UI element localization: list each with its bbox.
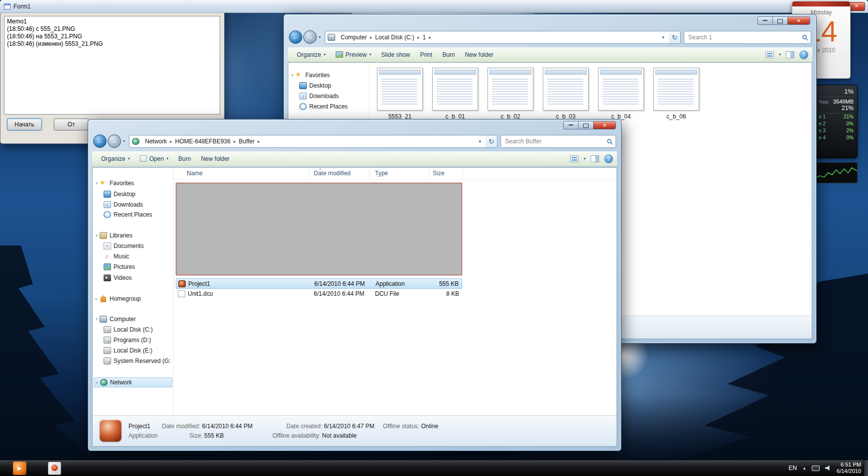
refresh-icon[interactable] <box>669 31 681 44</box>
new-folder-button[interactable]: New folder <box>460 51 498 58</box>
back-button[interactable] <box>93 134 107 148</box>
change-view-icon[interactable] <box>570 155 579 162</box>
burn-button[interactable]: Burn <box>173 155 196 162</box>
sidebar-item-local-disk-e[interactable]: Local Disk (E:) <box>94 346 172 356</box>
language-indicator[interactable]: EN <box>788 465 797 472</box>
sidebar-item-system-reserved-g[interactable]: System Reserved (G: <box>94 356 172 366</box>
sidebar-item-desktop[interactable]: Desktop <box>289 80 368 91</box>
volume-icon[interactable] <box>825 465 831 471</box>
column-header-date-modified[interactable]: Date modified <box>314 170 351 177</box>
preview-pane-icon[interactable] <box>591 155 599 162</box>
file-thumbnail[interactable]: 5553_21 <box>377 68 423 120</box>
refresh-icon[interactable] <box>486 135 497 148</box>
column-header-name[interactable]: Name <box>187 170 203 177</box>
organize-button[interactable]: Organize <box>96 155 135 162</box>
sidebar-item-local-disk-c[interactable]: Local Disk (C:) <box>94 325 172 335</box>
breadcrumb-host[interactable]: HOME-648EFBE936 <box>172 138 234 145</box>
preview-button[interactable]: Preview <box>331 51 376 58</box>
delphi-taskbar-icon[interactable] <box>48 462 61 475</box>
column-header-type[interactable]: Type <box>375 170 388 177</box>
breadcrumb[interactable]: Network HOME-648EFBE936 Buffer <box>129 135 486 148</box>
file-row-unit1-dcu[interactable]: Unit1.dcu 6/14/2010 6:44 PM DCU File 8 K… <box>176 289 462 299</box>
expander-icon[interactable]: ▸ <box>94 380 100 385</box>
help-icon[interactable] <box>799 50 808 59</box>
sidebar-item-recent-places[interactable]: Recent Places <box>94 210 172 220</box>
display-tray-icon[interactable] <box>812 466 820 471</box>
column-separator[interactable] <box>309 169 310 178</box>
expander-icon[interactable]: ▸ <box>94 296 100 301</box>
sidebar-item-favorites[interactable]: ▾Favorites <box>94 178 172 188</box>
sidebar-item-libraries[interactable]: ▾Libraries <box>94 231 172 240</box>
file-row-project1[interactable]: Project1 6/14/2010 6:44 PM Application 5… <box>176 278 462 289</box>
sidebar-item-videos[interactable]: Videos <box>94 273 172 283</box>
column-separator[interactable] <box>369 169 370 178</box>
explorer-window-buffer[interactable]: Network HOME-648EFBE936 Buffer Search Bu… <box>88 119 621 451</box>
burn-button[interactable]: Burn <box>437 51 460 58</box>
memo-log[interactable]: Memo1 (18:50:46) с 555_21.PNG (18:50:46)… <box>4 16 220 115</box>
breadcrumb-folder-1[interactable]: 1 <box>419 34 429 41</box>
breadcrumb-local-disk-c[interactable]: Local Disk (C:) <box>372 34 417 41</box>
cancel-button[interactable]: От <box>54 119 89 130</box>
expander-icon[interactable]: ▾ <box>94 317 100 322</box>
sidebar-item-downloads[interactable]: Downloads <box>94 200 172 210</box>
breadcrumb-separator-icon[interactable] <box>257 139 260 144</box>
file-thumbnail[interactable]: c_b_04 <box>598 68 644 120</box>
taskbar[interactable]: EN 6:51 PM 6/14/2010 <box>0 460 868 476</box>
forward-button[interactable] <box>108 134 121 148</box>
expander-icon[interactable]: ▾ <box>94 181 100 186</box>
maximize-button[interactable] <box>772 16 787 25</box>
slideshow-button[interactable]: Slide show <box>376 51 415 58</box>
system-meter-gadget[interactable]: 1% Total 3549MB 21% e 121% e 20% e 32% e… <box>815 85 858 158</box>
media-player-taskbar-icon[interactable] <box>13 462 26 475</box>
file-thumbnail[interactable]: c_b_02 <box>488 68 533 120</box>
sidebar-item-recent-places[interactable]: Recent Places <box>289 101 368 112</box>
clock[interactable]: 6:51 PM 6/14/2010 <box>837 462 861 475</box>
close-button[interactable] <box>593 121 616 129</box>
sidebar-item-documents[interactable]: Documents <box>94 241 172 251</box>
help-icon[interactable] <box>604 154 613 163</box>
sidebar-item-favorites[interactable]: ▾Favorites <box>289 70 368 80</box>
file-thumbnail[interactable]: c_b_03 <box>543 68 589 120</box>
recent-pages-dropdown-icon[interactable] <box>121 139 127 143</box>
minimize-button[interactable] <box>563 121 578 129</box>
forward-button[interactable] <box>303 30 317 44</box>
breadcrumb-computer[interactable]: Computer <box>338 34 370 41</box>
show-desktop-button[interactable] <box>864 460 868 476</box>
column-separator[interactable] <box>462 169 463 178</box>
expander-icon[interactable]: ▾ <box>289 73 295 78</box>
close-button[interactable] <box>848 2 865 11</box>
new-folder-button[interactable]: New folder <box>196 155 234 162</box>
minimize-button[interactable] <box>757 16 772 25</box>
recent-pages-dropdown-icon[interactable] <box>317 35 323 39</box>
sidebar-item-pictures[interactable]: Pictures <box>94 262 172 272</box>
sidebar-item-homegroup[interactable]: ▸Homegroup <box>94 294 172 304</box>
organize-button[interactable]: Organize <box>292 51 331 58</box>
expander-icon[interactable]: ▾ <box>94 233 100 238</box>
file-thumbnail[interactable]: c_b_06 <box>653 68 699 120</box>
search-box[interactable]: Search 1 <box>684 31 811 44</box>
start-button[interactable]: Начать <box>7 119 42 130</box>
sidebar-item-programs-d[interactable]: Programs (D:) <box>94 335 172 345</box>
sidebar-item-downloads[interactable]: Downloads <box>289 91 368 101</box>
column-separator[interactable] <box>429 169 429 178</box>
file-thumbnail[interactable]: c_b_01 <box>432 68 478 120</box>
sidebar-item-computer[interactable]: ▾Computer <box>94 314 172 324</box>
chevron-down-icon[interactable] <box>584 156 586 161</box>
form1-titlebar[interactable]: Form1 <box>0 0 868 13</box>
search-box[interactable]: Search Buffer <box>500 135 616 148</box>
show-hidden-icons-icon[interactable] <box>802 466 806 471</box>
breadcrumb-buffer[interactable]: Buffer <box>236 138 257 145</box>
open-button[interactable]: Open <box>135 155 173 162</box>
preview-pane-icon[interactable] <box>786 51 794 58</box>
breadcrumb-separator-icon[interactable] <box>429 35 431 40</box>
close-button[interactable] <box>787 16 810 25</box>
sidebar-item-network[interactable]: ▸Network <box>94 377 172 387</box>
sidebar-item-music[interactable]: Music <box>94 251 172 261</box>
network-graph-gadget[interactable] <box>815 162 858 183</box>
column-header-size[interactable]: Size <box>433 170 444 177</box>
address-dropdown-icon[interactable] <box>477 139 483 144</box>
change-view-icon[interactable] <box>765 51 774 58</box>
maximize-button[interactable] <box>578 121 593 129</box>
back-button[interactable] <box>289 30 302 44</box>
print-button[interactable]: Print <box>415 51 437 58</box>
